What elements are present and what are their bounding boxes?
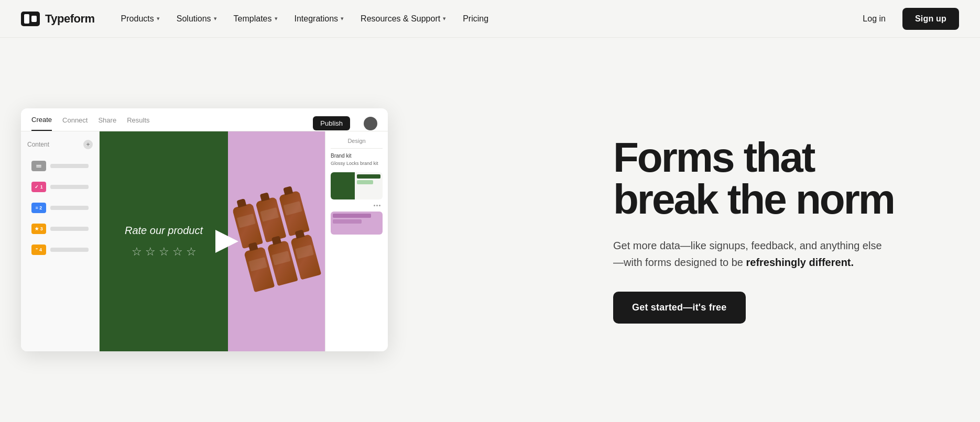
navbar: Typeform Products ▾ Solutions ▾ Template… xyxy=(0,0,980,38)
product-mockup: Create Connect Share Results Publish Con… xyxy=(21,108,388,351)
sidebar-item-line xyxy=(50,248,89,252)
mockup-container: Create Connect Share Results Publish Con… xyxy=(21,108,388,351)
design-card-2-content xyxy=(331,212,383,226)
svg-rect-0 xyxy=(36,165,41,166)
sidebar-item-line xyxy=(50,164,89,168)
list-item: ≡ 2 xyxy=(27,199,93,216)
mockup-publish-button[interactable]: Publish xyxy=(313,116,350,130)
brand-kit-label: Brand kit xyxy=(331,153,383,159)
nav-pricing[interactable]: Pricing xyxy=(455,10,496,28)
design-dot-1 xyxy=(374,205,375,206)
star-4: ☆ xyxy=(172,245,183,259)
svg-rect-1 xyxy=(36,166,41,168)
mockup-tabs-bar: Create Connect Share Results Publish xyxy=(21,108,388,131)
hero-section: Create Connect Share Results Publish Con… xyxy=(0,38,980,422)
nav-resources-label: Resources & Support xyxy=(361,14,440,24)
sidebar-item-line xyxy=(50,206,89,210)
mockup-tab-results[interactable]: Results xyxy=(127,116,149,130)
design-card-dark xyxy=(331,172,355,199)
chevron-down-icon: ▾ xyxy=(341,15,344,22)
nav-resources[interactable]: Resources & Support ▾ xyxy=(353,10,453,28)
form-right-panel xyxy=(228,131,325,351)
design-card-1 xyxy=(331,172,383,199)
nav-solutions-label: Solutions xyxy=(177,14,211,24)
design-line-4 xyxy=(333,219,362,224)
mockup-sidebar: Content + ✓ 1 ≡ 2 xyxy=(21,131,100,351)
star-5: ☆ xyxy=(186,245,197,259)
mockup-body: Content + ✓ 1 ≡ 2 xyxy=(21,131,388,351)
mockup-tab-share[interactable]: Share xyxy=(98,116,116,130)
sidebar-add-button[interactable]: + xyxy=(83,140,93,149)
star-2: ☆ xyxy=(145,245,156,259)
chevron-down-icon: ▾ xyxy=(157,15,160,22)
login-button[interactable]: Log in xyxy=(854,10,894,28)
hero-subtext-bold: refreshingly different. xyxy=(746,257,854,268)
hero-heading-line2: break the norm xyxy=(613,176,894,223)
design-dot-3 xyxy=(379,205,380,206)
list-item: " 4 xyxy=(27,241,93,258)
list-item: ✓ 1 xyxy=(27,179,93,195)
design-line-3 xyxy=(333,214,371,218)
design-dot-2 xyxy=(376,205,378,206)
product-bottles-grid xyxy=(228,177,325,305)
nav-left: Typeform Products ▾ Solutions ▾ Template… xyxy=(21,10,496,28)
chevron-down-icon: ▾ xyxy=(214,15,217,22)
design-dots xyxy=(331,204,383,207)
list-item: ★ 3 xyxy=(27,220,93,237)
mockup-tab-connect[interactable]: Connect xyxy=(62,116,88,130)
design-card-2 xyxy=(331,212,383,235)
nav-right: Log in Sign up xyxy=(854,8,959,30)
glossy-locks-label: Glossy Locks brand kit xyxy=(331,161,383,166)
hero-heading: Forms that break the norm xyxy=(613,137,949,220)
nav-integrations-label: Integrations xyxy=(295,14,339,24)
design-line-2 xyxy=(357,180,374,184)
form-stars: ☆ ☆ ☆ ☆ ☆ xyxy=(132,245,197,259)
brand-name: Typeform xyxy=(45,12,95,26)
list-item xyxy=(27,158,93,174)
nav-products-label: Products xyxy=(121,14,154,24)
nav-templates-label: Templates xyxy=(234,14,272,24)
cta-button[interactable]: Get started—it's free xyxy=(613,292,746,324)
chevron-down-icon: ▾ xyxy=(275,15,278,22)
mockup-main-area: Rate our product ☆ ☆ ☆ ☆ ☆ xyxy=(100,131,325,351)
sidebar-header: Content + xyxy=(27,140,93,149)
design-card-light xyxy=(355,172,383,199)
sidebar-badge: " 4 xyxy=(31,245,46,255)
design-line-1 xyxy=(357,174,381,179)
form-rate-label: Rate our product xyxy=(125,225,203,237)
hero-text: Forms that break the norm Get more data—… xyxy=(613,137,949,324)
sidebar-badge: ≡ 2 xyxy=(31,203,46,213)
nav-templates[interactable]: Templates ▾ xyxy=(226,10,285,28)
hero-subtext: Get more data—like signups, feedback, an… xyxy=(613,237,886,271)
hero-heading-line1: Forms that xyxy=(613,134,814,181)
mockup-tab-create[interactable]: Create xyxy=(31,116,52,131)
chevron-down-icon: ▾ xyxy=(443,15,446,22)
star-1: ☆ xyxy=(132,245,142,259)
sidebar-content-label: Content xyxy=(27,141,49,148)
sidebar-badge: ✓ 1 xyxy=(31,182,46,192)
nav-solutions[interactable]: Solutions ▾ xyxy=(169,10,224,28)
form-preview: Rate our product ☆ ☆ ☆ ☆ ☆ xyxy=(100,131,325,351)
sidebar-badge: ★ 3 xyxy=(31,224,46,234)
form-left-panel: Rate our product ☆ ☆ ☆ ☆ ☆ xyxy=(100,131,228,351)
logo-icon xyxy=(21,12,40,26)
nav-products[interactable]: Products ▾ xyxy=(114,10,167,28)
sidebar-item-line xyxy=(50,227,89,231)
logo[interactable]: Typeform xyxy=(21,12,95,26)
mockup-avatar xyxy=(364,117,377,130)
nav-pricing-label: Pricing xyxy=(463,14,488,24)
signup-button[interactable]: Sign up xyxy=(902,8,959,30)
nav-links: Products ▾ Solutions ▾ Templates ▾ Integ… xyxy=(114,10,496,28)
sidebar-badge xyxy=(31,161,46,171)
sidebar-item-line xyxy=(50,185,89,189)
star-3: ☆ xyxy=(159,245,169,259)
nav-integrations[interactable]: Integrations ▾ xyxy=(287,10,352,28)
mockup-design-panel: Design Brand kit Glossy Locks brand kit xyxy=(325,131,388,351)
design-panel-label: Design xyxy=(331,138,383,149)
